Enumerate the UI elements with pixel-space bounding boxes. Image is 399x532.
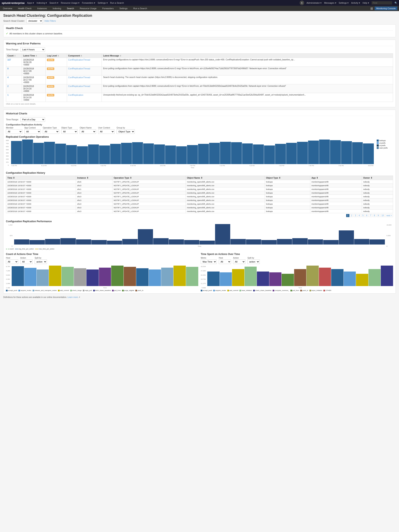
find-input[interactable] bbox=[372, 1, 392, 5]
nav-search2[interactable]: Search bbox=[66, 6, 75, 10]
history-cell: monitoring_openshift_alerts.csv bbox=[186, 209, 265, 213]
nav-indexing[interactable]: Indexing ▾ bbox=[37, 2, 47, 4]
ca-select-Host[interactable]: All bbox=[6, 260, 18, 264]
page-8[interactable]: 8 bbox=[373, 214, 376, 217]
nav-admin[interactable]: Administrator ▾ bbox=[307, 2, 322, 4]
page-7[interactable]: 7 bbox=[369, 214, 372, 217]
pagination: 12345678910next > bbox=[6, 214, 393, 217]
warning-table-row[interactable]: 167 10/28/2018 18:50:28 +0000 WARN ConfR… bbox=[6, 58, 393, 67]
page-4[interactable]: 4 bbox=[358, 214, 361, 217]
history-row[interactable]: 10/28/2018 19:50:07 +0000shc1NOTIFY_UPDA… bbox=[6, 187, 393, 191]
warning-table-row[interactable]: 1 10/28/2018 18:14:16 +0000 WARN ConfRep… bbox=[6, 93, 393, 102]
history-col-Object Name ⇕[interactable]: Object Name ⇕ bbox=[186, 176, 265, 180]
col-latest-time[interactable]: Latest Time ⇕ bbox=[22, 54, 46, 58]
filter-select-Member[interactable]: All bbox=[6, 129, 22, 134]
history-row[interactable]: 10/28/2018 19:58:07 +0000shc3NOTIFY_UPDA… bbox=[6, 202, 393, 206]
nav-forwarders[interactable]: Forwarders ▾ bbox=[82, 2, 95, 4]
ts-select-Host[interactable]: All bbox=[219, 260, 231, 264]
history-col-Instance ⇕[interactable]: Instance ⇕ bbox=[76, 176, 112, 180]
nav-settings-top[interactable]: Settings ▾ bbox=[339, 2, 349, 4]
time-bar-10 bbox=[331, 269, 343, 286]
page-2[interactable]: 2 bbox=[350, 214, 353, 217]
history-row[interactable]: 10/28/2018 19:58:07 +0000shc3NOTIFY_UPDA… bbox=[6, 191, 393, 195]
perf-bar-12 bbox=[199, 241, 215, 245]
history-row[interactable]: 10/28/2018 19:58:07 +0000shc3NOTIFY_UPDA… bbox=[6, 209, 393, 213]
page-9[interactable]: 9 bbox=[377, 214, 380, 217]
page-1[interactable]: 1 bbox=[346, 214, 349, 217]
replicated-ops-title: Replicated Configuration Operations bbox=[6, 135, 393, 138]
history-row[interactable]: 10/28/2018 19:50:07 +0000shc3NOTIFY_UPDA… bbox=[6, 184, 393, 187]
filter-select-App Context[interactable]: All bbox=[24, 129, 41, 134]
nav-health-check[interactable]: Health Check bbox=[17, 6, 33, 10]
history-col-App ⇕[interactable]: App ⇕ bbox=[310, 176, 362, 180]
nav-help[interactable]: Help ▾ bbox=[363, 2, 369, 4]
nav-forwarders2[interactable]: Forwarders bbox=[101, 6, 115, 10]
history-col-Owner ⇕[interactable]: Owner ⇕ bbox=[362, 176, 393, 180]
history-cell: lookups bbox=[265, 202, 310, 206]
nav-settings[interactable]: Settings ▾ bbox=[98, 2, 108, 4]
page-next >[interactable]: next > bbox=[385, 214, 393, 217]
history-row[interactable]: 10/28/2018 19:58:07 +0000shc3NOTIFY_UPDA… bbox=[6, 206, 393, 209]
count-legend: accept_push acquire_mutex release_and_re… bbox=[6, 290, 198, 291]
history-row[interactable]: 10/28/2018 19:58:07 +0000shc3NOTIFY_UPDA… bbox=[6, 195, 393, 198]
count-actions-filters: Host All Action All Split by action bbox=[6, 257, 198, 264]
ts-select-Split by[interactable]: action bbox=[248, 260, 260, 264]
historical-time-select[interactable]: Part of a Day bbox=[20, 117, 45, 122]
nav-settings2[interactable]: Settings bbox=[118, 6, 129, 10]
warning-time-select[interactable]: Last 4 hours bbox=[20, 47, 45, 52]
brand-logo: splunk>enterprise bbox=[2, 1, 25, 5]
warning-table-row[interactable]: 2 10/28/2018 18:14:16 +0000 WARN ConfRep… bbox=[6, 84, 393, 93]
page-10[interactable]: 10 bbox=[380, 214, 385, 217]
hide-filters-link[interactable]: Hide Filters bbox=[45, 20, 56, 22]
ca-select-Split by[interactable]: action bbox=[35, 260, 47, 264]
count-legend-accept_push: accept_push bbox=[6, 290, 17, 291]
nav-search[interactable]: Search ▾ bbox=[49, 2, 58, 4]
nav-apps[interactable]: Apps ▾ bbox=[27, 2, 34, 4]
filter-select-Object Name[interactable]: All bbox=[80, 129, 96, 134]
nav-messages[interactable]: Messages ▾ bbox=[324, 2, 336, 4]
max-line-icon bbox=[35, 249, 38, 249]
history-col-Operation Type ⇕[interactable]: Operation Type ⇕ bbox=[112, 176, 186, 180]
ts-select-Action[interactable]: All bbox=[233, 260, 245, 264]
bar-ops-9 bbox=[110, 144, 121, 164]
nav-resource-usage2[interactable]: Resource Usage bbox=[78, 6, 98, 10]
cluster-select[interactable]: shcluster bbox=[26, 19, 43, 23]
ca-select-Action[interactable]: All bbox=[20, 260, 33, 264]
bar-ops-11 bbox=[132, 142, 143, 164]
warning-table-row[interactable]: 8 10/28/2018 18:17:49 +0000 WARN ConfRep… bbox=[6, 67, 393, 76]
filter-select-Object Type[interactable]: All bbox=[61, 129, 78, 134]
nav-instances[interactable]: Instances bbox=[36, 6, 48, 10]
col-log-level[interactable]: Log Level ⇕ bbox=[46, 54, 67, 58]
count-bar-5 bbox=[74, 268, 86, 286]
nav-resource-usage[interactable]: Resource Usage ▾ bbox=[61, 2, 79, 4]
page-6[interactable]: 6 bbox=[365, 214, 368, 217]
time-leg-box bbox=[227, 290, 229, 291]
history-row[interactable]: 10/28/2018 19:58:07 +0000shc3NOTIFY_UPDA… bbox=[6, 198, 393, 202]
col-component[interactable]: Component ⇕ bbox=[67, 54, 102, 58]
page-3[interactable]: 3 bbox=[354, 214, 357, 217]
filter-select-Group by[interactable]: Object Type bbox=[117, 129, 135, 134]
learn-more-link[interactable]: Learn more bbox=[68, 296, 78, 298]
filter-select-Operation Type[interactable]: All bbox=[43, 129, 59, 134]
perf-legend-avg: avg_time_per_action bbox=[15, 248, 34, 250]
nav-indexing2[interactable]: Indexing bbox=[52, 6, 62, 10]
history-cell: 10/28/2018 19:50:07 +0000 bbox=[6, 187, 76, 191]
col-latest-message[interactable]: Latest Message ⇕ bbox=[102, 54, 393, 58]
history-col-Object Type ⇕[interactable]: Object Type ⇕ bbox=[265, 176, 310, 180]
nav-run-search2[interactable]: Run a Search bbox=[132, 6, 148, 10]
history-row[interactable]: 10/28/2018 19:50:07 +0000shc5NOTIFY_UPDA… bbox=[6, 180, 393, 184]
ts-select-Metric[interactable]: Max Time bbox=[201, 260, 217, 264]
page-5[interactable]: 5 bbox=[361, 214, 365, 217]
bar-ops-18 bbox=[209, 143, 220, 164]
nav-run-search[interactable]: Run a Search bbox=[110, 2, 124, 4]
count-legend-check_range: check_range bbox=[70, 290, 82, 291]
find-button[interactable]: 🔍 bbox=[394, 2, 397, 4]
nav-activity[interactable]: Activity ▾ bbox=[351, 2, 360, 4]
col-count[interactable]: Count ⇕ bbox=[6, 54, 22, 58]
history-col-Time ⇕[interactable]: Time ⇕ bbox=[6, 176, 76, 180]
nav-overview[interactable]: Overview bbox=[2, 6, 13, 10]
count-leg-label: add_commit bbox=[60, 290, 69, 291]
filter-select-User Context[interactable]: All bbox=[98, 129, 114, 134]
warning-table-row[interactable]: 4 10/28/2018 18:17:49 +0000 WARN ConfRep… bbox=[6, 76, 393, 84]
ts-label: Host bbox=[219, 257, 231, 259]
